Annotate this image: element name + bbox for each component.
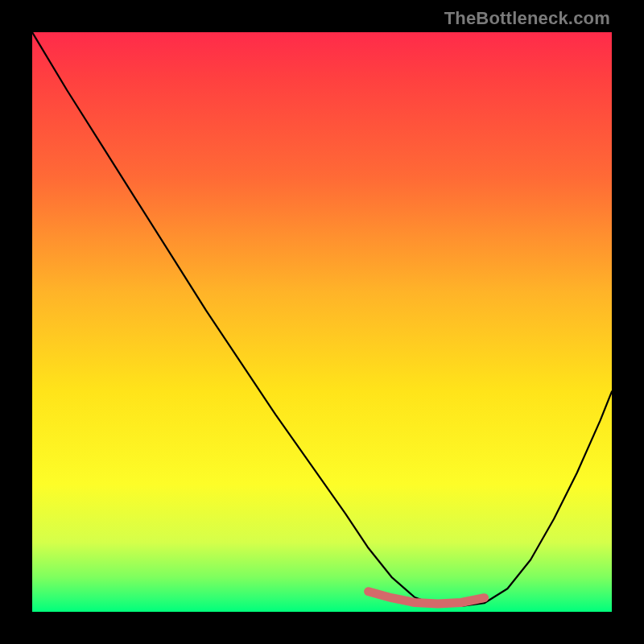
chart-frame: TheBottleneck.com: [0, 0, 644, 644]
bottleneck-curve: [32, 32, 612, 606]
chart-svg: [32, 32, 612, 612]
sweet-spot-band: [369, 592, 485, 604]
watermark-label: TheBottleneck.com: [444, 8, 610, 29]
